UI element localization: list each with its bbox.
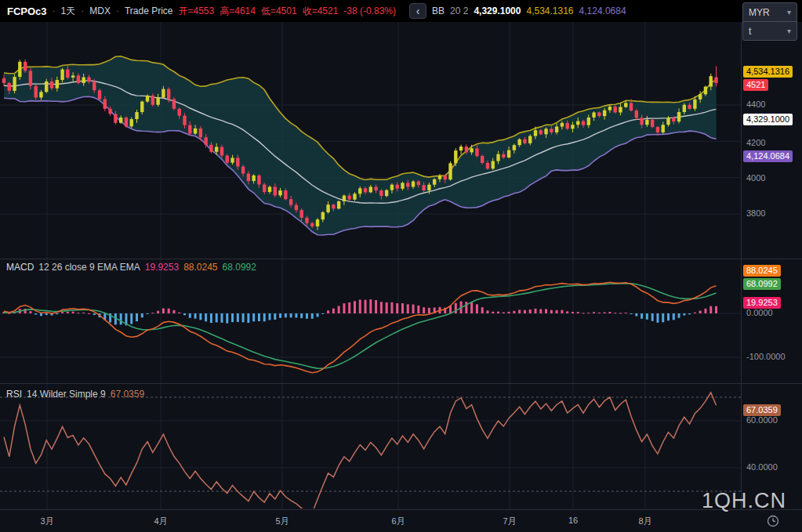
unit-selector[interactable]: t ▾ [743, 22, 797, 40]
time-axis-label: 8月 [638, 516, 651, 527]
rsi-value: 67.0359 [111, 389, 144, 400]
time-axis-label: 7月 [503, 516, 516, 527]
unit-label: t [749, 26, 751, 37]
time-axis-label: 3月 [40, 516, 53, 527]
exchange-label[interactable]: MDX [89, 5, 111, 16]
rsi-axis-label: 60.0000 [746, 415, 778, 425]
time-axis-label: 16 [568, 516, 578, 525]
bb-params: 20 2 [450, 5, 468, 16]
time-axis-label: 6月 [391, 516, 405, 527]
symbol-name[interactable]: FCPOc3 [7, 5, 47, 17]
chart-toolbar: FCPOc3 · 1天 · MDX · Trade Price 开=4553 高… [0, 0, 802, 22]
macd-line-value: 88.0245 [183, 262, 217, 273]
high-value: 高=4614 [220, 5, 256, 18]
macd-axis-label: -100.0000 [746, 352, 786, 361]
time-axis[interactable]: 3月4月5月6月7月168月 [0, 509, 802, 532]
chevron-down-icon: ▾ [787, 8, 791, 16]
bb-upper-price-badge: 4,534.1316 [743, 66, 793, 78]
separator: · [116, 5, 119, 16]
rsi-params: 14 Wilder Simple 9 [27, 389, 106, 400]
rsi-title: RSI [6, 389, 22, 400]
pane-divider[interactable] [0, 383, 802, 384]
separator: · [53, 5, 56, 16]
time-axis-label: 5月 [275, 516, 289, 527]
macd-line-badge: 88.0245 [743, 265, 781, 277]
price-chart-canvas[interactable] [0, 0, 741, 509]
price-axis-label: 4200 [746, 138, 765, 147]
bb-basis-price-badge: 4,329.1000 [743, 114, 793, 125]
bb-indicator-title[interactable]: BB [432, 5, 445, 16]
macd-hist-badge: 19.9253 [743, 297, 781, 309]
back-button[interactable]: ‹ [409, 3, 426, 19]
rsi-axis-label: 40.0000 [746, 462, 778, 472]
price-scale[interactable]: 4,534.1316 4521 4400 4,329.1000 4200 4,1… [741, 0, 802, 509]
clock-icon[interactable] [766, 514, 780, 528]
chevron-down-icon: ▾ [787, 27, 791, 35]
bb-lower-price-badge: 4,124.0684 [743, 150, 793, 162]
macd-signal-value: 68.0992 [223, 262, 256, 273]
watermark: 1QH.CN [702, 489, 786, 513]
close-value: 收=4521 [303, 5, 339, 18]
time-axis-label: 4月 [154, 516, 167, 527]
macd-params: 12 26 close 9 EMA EMA [38, 262, 140, 273]
macd-axis-label: 0.0000 [746, 308, 773, 317]
bb-upper-value: 4,534.1316 [526, 5, 573, 16]
low-value: 低=4501 [261, 5, 297, 18]
trading-chart-app: FCPOc3 · 1天 · MDX · Trade Price 开=4553 高… [0, 0, 802, 532]
chevron-left-icon: ‹ [416, 5, 420, 17]
macd-title: MACD [6, 262, 34, 273]
change-value: -38 (-0.83%) [343, 5, 396, 16]
separator: · [81, 5, 84, 16]
macd-signal-badge: 68.0992 [743, 278, 781, 290]
rsi-legend[interactable]: RSI 14 Wilder Simple 9 67.0359 [6, 389, 144, 400]
price-axis-label: 3800 [746, 208, 765, 218]
currency-label: MYR [749, 7, 770, 18]
pane-divider[interactable] [0, 259, 802, 259]
price-scale-settings-panel: MYR ▾ t ▾ [742, 2, 797, 41]
macd-legend[interactable]: MACD 12 26 close 9 EMA EMA 19.9253 88.02… [6, 262, 256, 273]
interval-button[interactable]: 1天 [61, 5, 76, 18]
rsi-value-badge: 67.0359 [743, 404, 781, 416]
bb-basis-value: 4,329.1000 [474, 5, 521, 16]
currency-selector[interactable]: MYR ▾ [743, 3, 797, 21]
open-value: 开=4553 [179, 5, 215, 18]
price-axis-label: 4400 [746, 100, 765, 109]
bb-lower-value: 4,124.0684 [579, 5, 626, 16]
series-type-label[interactable]: Trade Price [125, 5, 173, 16]
macd-hist-value: 19.9253 [145, 262, 179, 273]
price-axis-label: 4000 [746, 173, 765, 183]
last-price-badge: 4521 [743, 79, 768, 91]
